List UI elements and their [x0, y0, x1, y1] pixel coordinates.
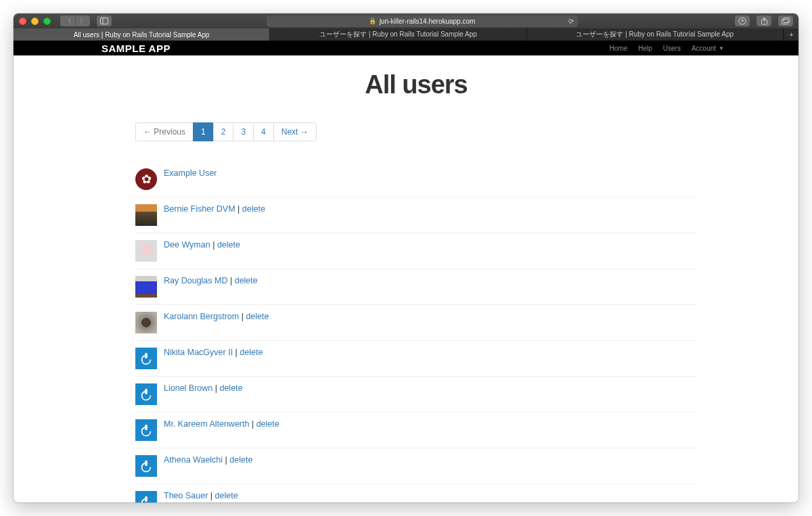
pagination-next[interactable]: Next → [273, 122, 317, 141]
separator: | [235, 204, 242, 214]
separator: | [208, 491, 215, 500]
user-link[interactable]: Dee Wyman [164, 240, 210, 250]
page-title: All users [135, 70, 697, 99]
reload-icon[interactable]: ⟳ [568, 18, 574, 25]
delete-link[interactable]: delete [215, 491, 238, 500]
browser-tab[interactable]: All users | Ruby on Rails Tutorial Sampl… [14, 28, 270, 41]
user-text: Athena Waelchi | delete [164, 455, 252, 465]
share-button[interactable] [757, 16, 771, 26]
avatar [135, 455, 157, 477]
pagination: ← Previous 1 2 3 4 Next → [135, 122, 697, 141]
pagination-page[interactable]: 4 [253, 122, 274, 141]
app-nav: Home Help Users Account ▼ [610, 45, 724, 52]
minimize-window-button[interactable] [31, 18, 39, 25]
separator: | [233, 348, 240, 357]
delete-link[interactable]: delete [242, 204, 265, 214]
user-row: Lionel Brown | delete [135, 377, 697, 413]
nav-users[interactable]: Users [663, 45, 681, 52]
delete-link[interactable]: delete [219, 383, 242, 393]
avatar [135, 240, 157, 262]
user-link[interactable]: Example User [164, 168, 217, 178]
avatar [135, 348, 157, 369]
address-bar[interactable]: 🔒 jun-killer-rails14.herokuapp.com ⟳ [267, 16, 578, 27]
tab-label: ユーザーを探す | Ruby on Rails Tutorial Sample … [576, 30, 734, 39]
tab-label: ユーザーを探す | Ruby on Rails Tutorial Sample … [319, 30, 477, 39]
user-link[interactable]: Lionel Brown [164, 383, 212, 393]
app-header: SAMPLE APP Home Help Users Account ▼ [14, 41, 798, 55]
user-text: Nikita MacGyver II | delete [164, 348, 263, 357]
new-tab-button[interactable]: + [784, 28, 798, 41]
user-row: Karolann Bergstrom | delete [135, 305, 697, 341]
user-text: Lionel Brown | delete [164, 383, 243, 393]
page-content: All users ← Previous 1 2 3 4 Next → ✿Exa… [14, 55, 798, 502]
avatar [135, 312, 157, 333]
lock-icon: 🔒 [369, 18, 376, 24]
nav-account-label: Account [692, 45, 716, 52]
user-row: Mr. Kareem Altenwerth | delete [135, 413, 697, 448]
nav-home[interactable]: Home [610, 45, 628, 52]
user-link[interactable]: Bernie Fisher DVM [164, 204, 235, 214]
nav-back-forward: 〈 〉 [60, 16, 90, 26]
user-link[interactable]: Karolann Bergstrom [164, 312, 239, 321]
user-link[interactable]: Mr. Kareem Altenwerth [164, 419, 249, 429]
pagination-page[interactable]: 3 [233, 122, 254, 141]
user-link[interactable]: Nikita MacGyver II [164, 348, 233, 357]
delete-link[interactable]: delete [235, 276, 258, 285]
svg-rect-0 [101, 18, 108, 24]
separator: | [212, 383, 219, 393]
pagination-page[interactable]: 2 [213, 122, 234, 141]
downloads-button[interactable] [735, 16, 750, 26]
avatar [135, 491, 157, 502]
user-text: Dee Wyman | delete [164, 240, 240, 250]
user-text: Theo Sauer | delete [164, 491, 238, 500]
delete-link[interactable]: delete [240, 348, 263, 357]
address-bar-wrap: 🔒 jun-killer-rails14.herokuapp.com ⟳ [112, 16, 732, 27]
window-controls [19, 18, 51, 25]
delete-link[interactable]: delete [256, 419, 279, 429]
forward-button[interactable]: 〉 [75, 16, 90, 26]
nav-help[interactable]: Help [638, 45, 652, 52]
titlebar: 〈 〉 🔒 jun-killer-rails14.herokuapp.com ⟳ [14, 14, 798, 28]
brand-logo[interactable]: SAMPLE APP [102, 43, 171, 53]
tabs-button[interactable] [778, 16, 793, 26]
user-row: Athena Waelchi | delete [135, 448, 697, 484]
zoom-window-button[interactable] [43, 18, 51, 25]
avatar: ✿ [135, 168, 157, 190]
avatar [135, 204, 157, 226]
user-text: Example User [164, 168, 217, 178]
tab-strip: All users | Ruby on Rails Tutorial Sampl… [14, 28, 798, 41]
user-link[interactable]: Ray Douglas MD [164, 276, 227, 285]
caret-down-icon: ▼ [719, 45, 724, 51]
pagination-prev: ← Previous [135, 122, 194, 141]
pagination-page[interactable]: 1 [193, 122, 214, 141]
user-text: Karolann Bergstrom | delete [164, 312, 269, 321]
avatar [135, 419, 157, 441]
user-row: Nikita MacGyver II | delete [135, 341, 697, 377]
browser-tab[interactable]: ユーザーを探す | Ruby on Rails Tutorial Sample … [270, 28, 526, 41]
delete-link[interactable]: delete [229, 455, 252, 465]
separator: | [249, 419, 256, 429]
delete-link[interactable]: delete [246, 312, 269, 321]
separator: | [239, 312, 246, 321]
user-link[interactable]: Theo Sauer [164, 491, 208, 500]
user-row: ✿Example User [135, 162, 697, 197]
user-link[interactable]: Athena Waelchi [164, 455, 223, 465]
browser-window: 〈 〉 🔒 jun-killer-rails14.herokuapp.com ⟳ [14, 14, 798, 502]
user-text: Bernie Fisher DVM | delete [164, 204, 265, 214]
user-row: Bernie Fisher DVM | delete [135, 197, 697, 233]
nav-account[interactable]: Account ▼ [692, 45, 724, 52]
avatar [135, 276, 157, 298]
back-button[interactable]: 〈 [60, 16, 75, 26]
close-window-button[interactable] [19, 18, 26, 25]
delete-link[interactable]: delete [217, 240, 240, 250]
avatar [135, 383, 157, 405]
users-list: ✿Example UserBernie Fisher DVM | deleteD… [135, 162, 697, 502]
browser-tab[interactable]: ユーザーを探す | Ruby on Rails Tutorial Sample … [527, 28, 784, 41]
separator: | [227, 276, 234, 285]
user-row: Theo Sauer | delete [135, 484, 697, 502]
sidebar-toggle-button[interactable] [97, 16, 112, 26]
svg-rect-5 [784, 18, 790, 23]
user-row: Dee Wyman | delete [135, 233, 697, 269]
user-row: Ray Douglas MD | delete [135, 269, 697, 305]
svg-rect-4 [782, 20, 788, 24]
